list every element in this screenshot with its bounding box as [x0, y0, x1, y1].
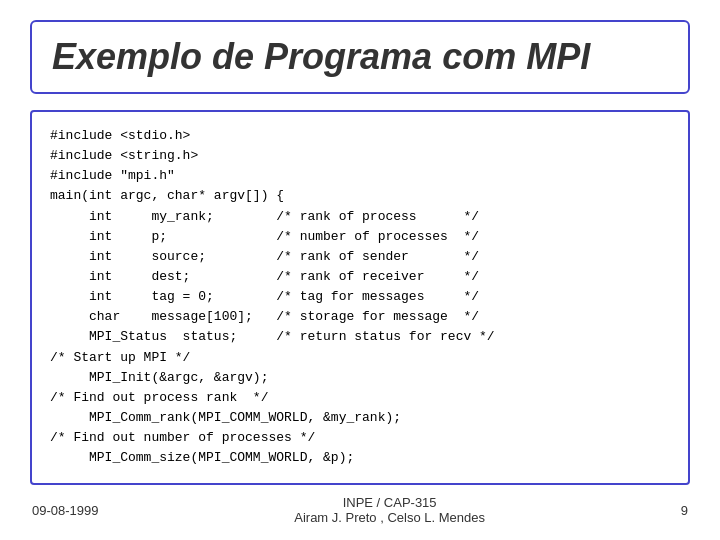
- title-box: Exemplo de Programa com MPI: [30, 20, 690, 94]
- footer-institute-line1: INPE / CAP-315: [294, 495, 485, 510]
- footer-date: 09-08-1999: [32, 503, 99, 518]
- footer-center: INPE / CAP-315 Airam J. Preto , Celso L.…: [294, 495, 485, 525]
- footer-page: 9: [681, 503, 688, 518]
- slide-title: Exemplo de Programa com MPI: [52, 36, 590, 77]
- footer: 09-08-1999 INPE / CAP-315 Airam J. Preto…: [30, 495, 690, 525]
- slide: Exemplo de Programa com MPI #include <st…: [0, 0, 720, 540]
- footer-institute-line2: Airam J. Preto , Celso L. Mendes: [294, 510, 485, 525]
- code-box: #include <stdio.h> #include <string.h> #…: [30, 110, 690, 485]
- code-block: #include <stdio.h> #include <string.h> #…: [50, 126, 670, 468]
